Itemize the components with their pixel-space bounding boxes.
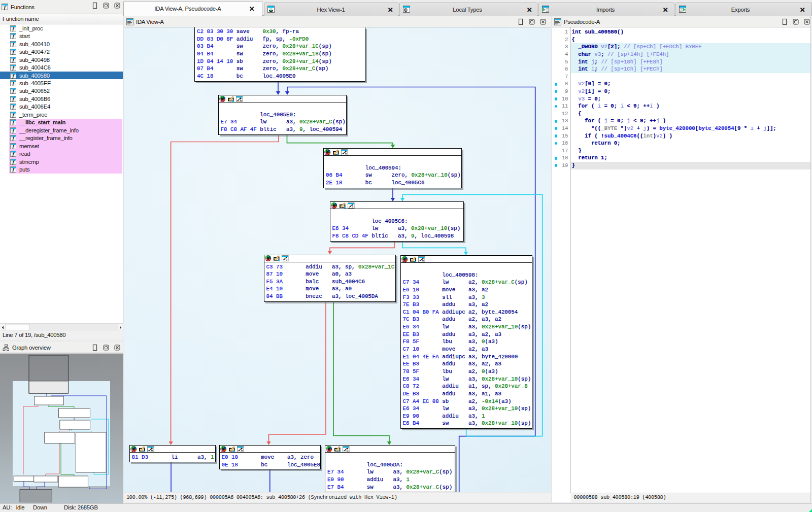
svg-text:0: 0 bbox=[405, 8, 407, 12]
